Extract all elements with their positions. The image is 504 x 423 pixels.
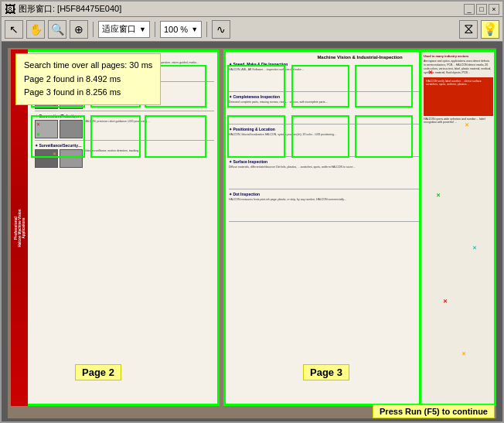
toolbar: ↖ ✋ 🔍 ⊕ 适应窗口 ▼ 100 % ▼ ∿ ⧖ 💡 [2, 17, 502, 42]
green-box-12 [355, 115, 413, 158]
window-frame: 🖼 图形窗口: [H5F84475E040] _ □ × ↖ ✋ 🔍 ⊕ 适应窗… [0, 0, 504, 423]
hand-tool-button[interactable]: ✋ [26, 20, 45, 39]
info-line-4: Page 3 found in 8.256 ms [24, 86, 152, 100]
minimize-button[interactable]: _ [464, 4, 475, 15]
green-box-6 [145, 115, 206, 158]
bulb-button[interactable]: 💡 [481, 20, 499, 39]
maximize-button[interactable]: □ [476, 4, 487, 15]
green-box-9 [355, 65, 413, 107]
title-bar: 🖼 图形窗口: [H5F84475E040] _ □ × [2, 2, 502, 17]
title-buttons: _ □ × [464, 4, 499, 15]
right-panel: Used in many industry sectors Aerospace … [419, 49, 496, 406]
content-area: Professional Halcon Machine Vision Appli… [2, 42, 502, 421]
fit-window-dropdown[interactable]: 适应窗口 ▼ [98, 21, 150, 38]
scatter-marks-left: ✕ ✕ ✕ ✕ ✕ ✕ ✕ ✕ ✕ ✕ ✕ ✕ ✕ ✕ ✕ [13, 404, 217, 406]
green-box-10 [227, 115, 285, 158]
arrow-tool-button[interactable]: ↖ [5, 20, 23, 39]
magnify-tool-button[interactable]: 🔍 [48, 20, 66, 39]
close-button[interactable]: × [489, 4, 499, 15]
status-text: Press Run (F5) to continue [380, 407, 488, 416]
green-box-4 [31, 115, 85, 158]
toolbar-sep-2 [155, 22, 155, 37]
toolbar-sep-1 [93, 22, 94, 37]
zoom-in-button[interactable]: ⊕ [70, 20, 88, 39]
page-2-label: Page 2 [75, 364, 121, 380]
curve-tool-button[interactable]: ∿ [212, 20, 230, 39]
page-3-label: Page 3 [303, 364, 349, 380]
info-box: Search time over all pages: 30 ms Page 2… [15, 53, 161, 105]
green-box-8 [291, 65, 349, 107]
window-icon: 🖼 [5, 3, 15, 15]
layers-button[interactable]: ⧖ [459, 20, 478, 39]
green-box-11 [291, 115, 349, 158]
green-box-5 [90, 115, 141, 158]
green-box-7 [227, 65, 285, 107]
dropdown-arrow-icon: ▼ [139, 26, 146, 33]
info-line-1: Search time over all pages: 30 ms [24, 59, 152, 73]
zoom-dropdown-arrow-icon: ▼ [191, 26, 198, 33]
status-bar: Press Run (F5) to continue [373, 404, 495, 418]
zoom-percent-dropdown[interactable]: 100 % ▼ [160, 21, 202, 38]
toolbar-sep-3 [206, 22, 207, 37]
info-line-2: Page 2 found in 8.492 ms [24, 73, 152, 87]
window-title: 图形窗口: [H5F84475E040] [19, 3, 121, 15]
